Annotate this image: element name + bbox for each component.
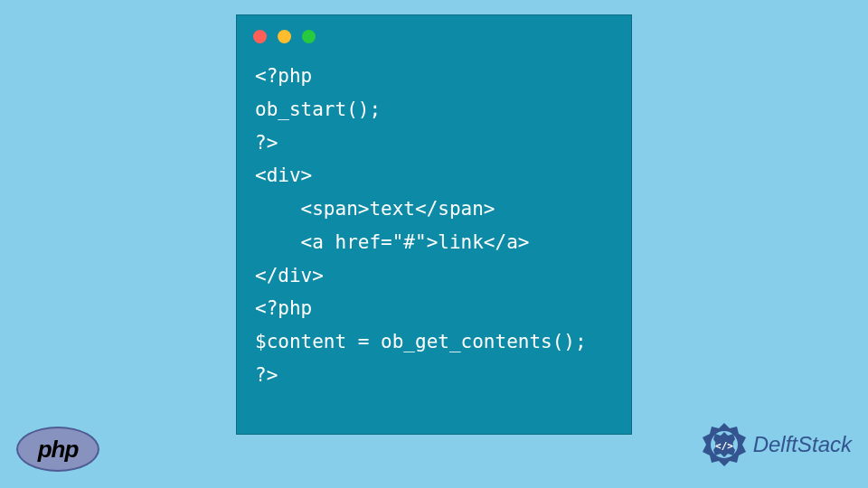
php-logo-text: php [38,436,79,464]
delftstack-gear-icon: </> [701,421,748,468]
close-dot-icon [253,30,267,43]
delftstack-logo-text: DelftStack [753,432,852,457]
delftstack-logo: </> DelftStack [701,421,852,468]
minimize-dot-icon [278,30,291,43]
php-logo: php [16,427,99,472]
window-controls [237,15,631,51]
svg-text:</>: </> [715,440,733,452]
code-content: <?php ob_start(); ?> <div> <span>text</s… [237,51,631,410]
maximize-dot-icon [302,30,316,43]
code-window: <?php ob_start(); ?> <div> <span>text</s… [236,14,632,435]
